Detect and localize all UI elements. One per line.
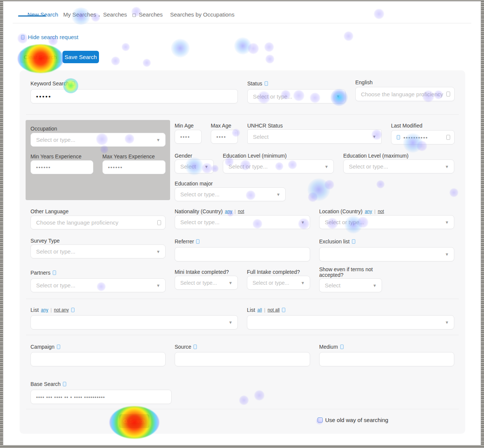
clear-search-label: Clear Search — [24, 54, 57, 60]
full-intake-select[interactable]: Select or type...▼ — [247, 276, 310, 290]
terms-label: Show even if terms not accepted? — [319, 267, 385, 278]
tab-new-search[interactable]: New Search — [27, 11, 58, 18]
education-max-select[interactable]: Select or type...▼ — [343, 159, 454, 173]
nationality-select[interactable]: Select or type...▼ — [175, 215, 310, 229]
survey-type-select[interactable]: Select or type...▼ — [30, 245, 166, 258]
chevron-down-icon: ▼ — [445, 320, 449, 325]
chevron-down-icon: ▼ — [336, 94, 340, 99]
location-any-link[interactable]: any — [365, 209, 372, 214]
tab-searches-a[interactable]: Searches — [99, 11, 127, 18]
education-min-label: Education Level (minimum) — [223, 153, 287, 159]
base-search-input[interactable]: •••• ••• •••• •• • •••• •••••••••• — [30, 390, 172, 404]
exclusion-list-select[interactable]: ▼ — [319, 247, 454, 261]
keyword-search-value: ••••• — [36, 93, 52, 100]
min-age-input[interactable]: •••• — [175, 130, 202, 144]
nationality-any-link[interactable]: any — [225, 209, 232, 214]
chevron-down-icon: ▼ — [372, 134, 376, 139]
search-button[interactable]: Search — [119, 414, 149, 428]
search-icon — [123, 419, 127, 423]
occupation-select[interactable]: Select or type...▼ — [30, 133, 166, 147]
info-icon[interactable] — [265, 81, 268, 86]
medium-input[interactable] — [319, 352, 454, 366]
list-all-select[interactable]: ▼ — [247, 315, 454, 330]
terms-select[interactable]: Select▼ — [319, 278, 382, 292]
info-icon[interactable] — [352, 239, 355, 244]
list-picker-icon[interactable] — [446, 92, 450, 97]
partners-placeholder: Select or type... — [36, 282, 75, 289]
list-any-link[interactable]: any — [41, 307, 48, 313]
collapse-icon — [21, 35, 24, 39]
save-search-button[interactable]: Save Search — [62, 51, 99, 63]
list-not-all-link[interactable]: not all — [268, 307, 280, 313]
tab-my-searches[interactable]: My Searches — [63, 11, 96, 18]
occupation-placeholder: Select or type... — [36, 137, 75, 143]
other-language-input[interactable]: Choose the language proficiency — [30, 216, 166, 229]
chevron-down-icon: ▼ — [373, 283, 377, 288]
info-icon[interactable] — [57, 345, 60, 349]
chevron-down-icon: ▼ — [228, 281, 233, 285]
gender-select[interactable]: Select▼ — [175, 159, 214, 173]
chevron-down-icon: ▼ — [156, 283, 160, 288]
max-years-value: •••••• — [108, 164, 123, 170]
old-way-checkbox-row[interactable]: Use old way of searching — [318, 417, 388, 423]
last-modified-value: •••••••••• — [403, 135, 428, 140]
education-major-placeholder: Select or type... — [180, 191, 219, 197]
status-select[interactable]: Select or type...▼ — [247, 89, 345, 103]
calendar-picker-icon[interactable] — [446, 135, 450, 140]
english-proficiency-input[interactable]: Choose the language proficiency — [355, 87, 455, 101]
chevron-down-icon: ▼ — [445, 220, 449, 225]
list-all-link[interactable]: all — [257, 307, 262, 313]
keyword-search-input[interactable]: ••••• — [30, 89, 238, 103]
tab-new-search-label: New Search — [27, 11, 58, 18]
gender-placeholder: Select — [180, 163, 196, 170]
last-modified-label: Last Modified — [391, 123, 422, 129]
list-any-select[interactable]: ▼ — [30, 315, 238, 330]
info-icon[interactable] — [340, 345, 344, 349]
info-icon[interactable] — [196, 239, 199, 244]
location-placeholder: Select or type... — [325, 219, 364, 225]
education-major-label: Education major — [175, 181, 213, 187]
list-all-label: Listall|not all — [247, 307, 285, 313]
location-select[interactable]: Select or type...▼ — [319, 215, 454, 229]
education-major-select[interactable]: Select or type...▼ — [175, 187, 286, 201]
info-icon[interactable] — [193, 345, 197, 349]
nationality-not-link[interactable]: not — [238, 209, 244, 214]
nationality-placeholder: Select or type... — [180, 219, 219, 225]
min-years-input[interactable]: •••••• — [30, 160, 93, 174]
partners-select[interactable]: Select or type...▼ — [30, 278, 166, 292]
max-age-input[interactable]: •••• — [211, 130, 238, 144]
calendar-icon[interactable] — [397, 135, 400, 140]
unhcr-status-select[interactable]: Select▼ — [247, 129, 382, 144]
referrer-input[interactable] — [175, 247, 310, 261]
mini-intake-select[interactable]: Select or type...▼ — [175, 276, 238, 290]
old-way-checkbox[interactable] — [318, 418, 323, 422]
tab-searches-b[interactable]: Searches — [132, 11, 163, 18]
other-language-label: Other Language — [30, 208, 68, 214]
partners-label: Partners — [30, 270, 56, 276]
base-search-value: •••• ••• •••• •• • •••• •••••••••• — [36, 394, 105, 400]
chevron-down-icon: ▼ — [445, 164, 449, 169]
source-input[interactable] — [175, 352, 310, 366]
location-not-link[interactable]: not — [378, 209, 384, 214]
campaign-input[interactable] — [30, 352, 166, 366]
hide-search-request-link[interactable]: Hide search request — [21, 34, 78, 40]
clear-search-button[interactable]: Clear Search — [20, 51, 61, 63]
terms-placeholder: Select — [325, 282, 341, 289]
referrer-label: Referrer — [175, 238, 199, 245]
tab-searches-by-occupations[interactable]: Searches by Occupations — [170, 11, 234, 18]
min-age-label: Min Age — [175, 123, 194, 129]
info-icon[interactable] — [72, 81, 75, 86]
info-icon[interactable] — [53, 270, 56, 275]
info-icon[interactable] — [282, 308, 285, 312]
min-years-value: •••••• — [36, 164, 51, 170]
info-icon[interactable] — [63, 382, 66, 386]
info-icon[interactable] — [71, 308, 75, 312]
last-modified-input[interactable]: •••••••••• — [391, 130, 455, 144]
education-min-select[interactable]: Select or type...▼ — [223, 159, 334, 173]
full-intake-placeholder: Select or type... — [253, 280, 289, 286]
chevron-down-icon: ▼ — [324, 164, 329, 169]
chevron-down-icon: ▼ — [204, 164, 209, 169]
max-years-input[interactable]: •••••• — [102, 160, 166, 174]
list-picker-icon[interactable] — [157, 220, 161, 225]
list-not-any-link[interactable]: not any — [54, 307, 68, 313]
